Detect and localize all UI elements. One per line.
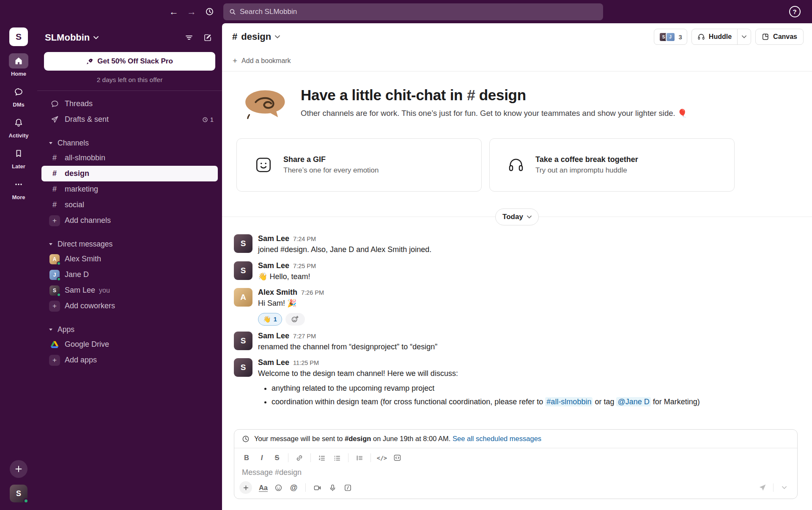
coffee-break-card[interactable]: Take a coffee break together Try out an …	[489, 138, 735, 192]
rail-item-later[interactable]: Later	[9, 146, 28, 170]
canvas-button[interactable]: Canvas	[755, 29, 804, 45]
message-input[interactable]	[242, 468, 790, 477]
video-clip-button[interactable]	[310, 481, 324, 494]
code-button[interactable]: </>	[375, 451, 389, 464]
sidebar-app-google-drive[interactable]: Google Drive	[41, 337, 218, 352]
sidebar-item-drafts-sent[interactable]: Drafts & sent 1	[41, 112, 218, 127]
add-reaction-button[interactable]	[285, 313, 305, 326]
avatar[interactable]: A	[234, 288, 252, 307]
global-search[interactable]	[223, 3, 603, 20]
card-title: Take a coffee break together	[535, 155, 638, 164]
share-gif-card[interactable]: Share a GIF There’s one for every emotio…	[236, 138, 482, 192]
user-mention-link[interactable]: @Jane D	[616, 397, 650, 406]
sidebar-dm-sam-lee[interactable]: S Sam Lee you	[41, 282, 218, 298]
avatar[interactable]: S	[234, 332, 252, 350]
strikethrough-button[interactable]: S	[270, 451, 284, 464]
help-button[interactable]: ?	[787, 4, 803, 20]
gif-smiley-icon	[255, 156, 272, 174]
reaction-wave[interactable]: 👋 1	[258, 313, 282, 326]
message-author[interactable]: Sam Lee	[258, 358, 289, 367]
add-bookmark-button[interactable]: + Add a bookmark	[222, 50, 812, 71]
sidebar-item-threads[interactable]: Threads	[41, 96, 218, 112]
avatar[interactable]: S	[234, 261, 252, 280]
add-apps-button[interactable]: + Add apps	[41, 352, 218, 368]
add-channels-button[interactable]: + Add channels	[41, 213, 218, 228]
emoji-button[interactable]	[272, 481, 285, 494]
bullet-list-button[interactable]	[330, 451, 344, 464]
chevron-down-icon	[527, 215, 532, 219]
rail-item-activity[interactable]: Activity	[9, 115, 29, 139]
sidebar-dm-alex-smith[interactable]: A Alex Smith	[41, 251, 218, 267]
intro-subtitle: Other channels are for work. This one’s …	[301, 109, 687, 118]
huddle-button[interactable]: Huddle	[692, 29, 737, 44]
add-coworkers-button[interactable]: + Add coworkers	[41, 298, 218, 314]
channel-mention-link[interactable]: #all-slmobbin	[545, 397, 593, 406]
history-button[interactable]	[201, 4, 217, 20]
hash-icon: #	[49, 185, 60, 194]
bold-button[interactable]: B	[239, 451, 254, 464]
sidebar-dm-jane-d[interactable]: J Jane D	[41, 267, 218, 282]
dms-section-header[interactable]: Direct messages	[41, 237, 218, 251]
intro-title: Have a little chit-chat in# design	[301, 87, 687, 104]
see-scheduled-messages-link[interactable]: See all scheduled messages	[453, 435, 541, 442]
presence-indicator	[57, 293, 61, 297]
channels-section-header[interactable]: Channels	[41, 136, 218, 150]
sidebar-channel-marketing[interactable]: # marketing	[41, 181, 218, 197]
rail-item-dms[interactable]: DMs	[9, 84, 28, 108]
message-author[interactable]: Sam Lee	[258, 234, 289, 243]
message: S Sam Lee 7:24 PM joined #design. Also, …	[234, 231, 802, 258]
formatting-toggle-button[interactable]: Aa	[256, 481, 270, 494]
suggestion-cards: Share a GIF There’s one for every emotio…	[222, 124, 812, 192]
workspace-name: SLMobbin	[45, 32, 90, 43]
message-author[interactable]: Sam Lee	[258, 332, 289, 340]
audio-clip-button[interactable]	[326, 481, 340, 494]
huddle-split-button: Huddle	[691, 29, 751, 45]
shortcuts-button[interactable]	[341, 481, 355, 494]
forward-button[interactable]: →	[184, 4, 200, 20]
mention-button[interactable]: @	[287, 481, 301, 494]
sidebar-channel-design[interactable]: # design	[41, 166, 218, 181]
sidebar-channel-all-slmobbin[interactable]: # all-slmobbin	[41, 150, 218, 166]
send-options-button[interactable]	[777, 481, 791, 494]
create-new-button[interactable]	[10, 460, 27, 478]
link-icon	[296, 454, 303, 462]
compose-button[interactable]	[200, 30, 215, 45]
scheduled-channel: #design	[345, 435, 371, 442]
user-avatar[interactable]: S	[10, 485, 27, 502]
user-avatar-initial: S	[16, 489, 21, 498]
workspace-switcher[interactable]: S	[9, 27, 28, 46]
rail-item-home[interactable]: Home	[9, 53, 28, 77]
you-suffix: you	[99, 287, 110, 294]
channel-title-menu[interactable]: # design	[232, 31, 280, 42]
apps-section-header[interactable]: Apps	[41, 322, 218, 337]
code-block-button[interactable]	[390, 451, 404, 464]
search-input[interactable]	[240, 8, 597, 16]
attach-button[interactable]	[239, 481, 252, 494]
ordered-list-button[interactable]	[315, 451, 329, 464]
link-button[interactable]	[292, 451, 307, 464]
avatar[interactable]: S	[234, 234, 252, 253]
sidebar-channel-social[interactable]: # social	[41, 197, 218, 213]
hash-icon: #	[49, 154, 60, 162]
composer: Your message will be sent to #design on …	[234, 429, 798, 499]
message-author[interactable]: Sam Lee	[258, 261, 289, 270]
filter-button[interactable]	[181, 30, 197, 45]
send-button[interactable]	[755, 481, 769, 494]
avatar[interactable]: S	[234, 358, 252, 377]
message-text: 👋 Hello, team!	[258, 271, 316, 282]
search-icon	[229, 8, 236, 15]
huddle-options-button[interactable]	[737, 29, 751, 44]
bookmark-icon	[14, 149, 23, 158]
blockquote-button[interactable]	[352, 451, 367, 464]
threads-icon	[51, 100, 59, 108]
clock-history-icon	[205, 7, 214, 16]
date-divider-button[interactable]: Today	[495, 208, 539, 225]
italic-button[interactable]: I	[255, 451, 269, 464]
rail-item-more[interactable]: More	[9, 177, 28, 200]
threads-label: Threads	[65, 99, 93, 108]
message-author[interactable]: Alex Smith	[258, 288, 297, 297]
member-list-button[interactable]: S J 3	[654, 29, 687, 45]
workspace-name-menu[interactable]: SLMobbin	[45, 32, 99, 43]
slack-pro-promo-button[interactable]: Get 50% Off Slack Pro	[44, 52, 215, 71]
back-button[interactable]: ←	[166, 4, 182, 20]
